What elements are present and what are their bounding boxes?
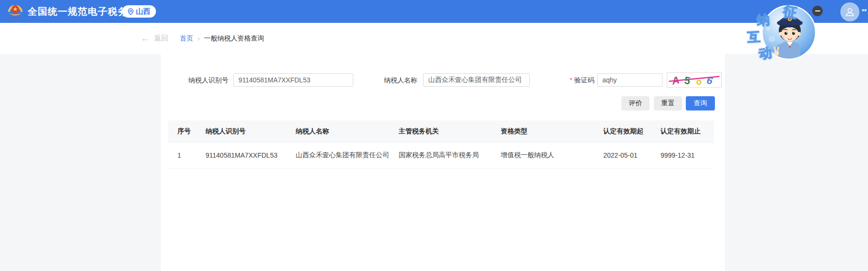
result-table: 序号 纳税人识别号 纳税人名称 主管税务机关 资格类型 认定有效期起 认定有效期… xyxy=(168,120,714,169)
user-avatar[interactable] xyxy=(840,2,859,21)
captcha-char: 6 xyxy=(706,74,714,87)
breadcrumb-home-link[interactable]: 首页 xyxy=(180,34,193,43)
query-button[interactable]: 查询 xyxy=(686,96,715,110)
assistant-char: 互 xyxy=(747,28,761,46)
breadcrumb-current-page: 一般纳税人资格查询 xyxy=(204,34,264,43)
captcha-label: 验证码 xyxy=(574,73,594,87)
cell-taxpayer-name: 山西众禾壹心集团有限责任公司 xyxy=(287,142,390,169)
captcha-label-group: * 验证码 xyxy=(554,73,594,87)
col-header-tax-authority: 主管税务机关 xyxy=(390,120,492,142)
required-asterisk: * xyxy=(570,73,572,87)
taxpayer-id-input[interactable] xyxy=(233,73,353,87)
cell-taxpayer-id: 91140581MA7XXFDL53 xyxy=(196,142,287,169)
evaluate-button[interactable]: 评价 xyxy=(621,96,650,110)
cell-valid-to: 9999-12-31 xyxy=(651,142,714,169)
taxpayer-name-label: 纳税人名称 xyxy=(365,73,417,87)
top-header-bar: 全国统一规范电子税务局 山西 ** xyxy=(0,0,868,23)
back-arrow-icon: ← xyxy=(141,34,150,43)
assistant-char: 纳 xyxy=(756,11,770,29)
col-header-valid-to: 认定有效期止 xyxy=(651,120,714,142)
table-row: 1 91140581MA7XXFDL53 山西众禾壹心集团有限责任公司 国家税务… xyxy=(168,142,714,169)
table-header-row: 序号 纳税人识别号 纳税人名称 主管税务机关 资格类型 认定有效期起 认定有效期… xyxy=(168,120,714,142)
taxpayer-id-label: 纳税人识别号 xyxy=(171,73,228,87)
cell-seq: 1 xyxy=(168,142,196,169)
region-label: 山西 xyxy=(136,7,150,16)
col-header-taxpayer-id: 纳税人识别号 xyxy=(196,120,287,142)
taxpayer-name-input[interactable] xyxy=(423,73,530,87)
captcha-image[interactable]: A 5 o 6 xyxy=(667,72,722,88)
cell-tax-authority: 国家税务总局高平市税务局 xyxy=(390,142,492,169)
assistant-char: 征 xyxy=(782,2,798,23)
breadcrumb-bar: ← 返回 首页 › 一般纳税人资格查询 xyxy=(0,23,868,54)
user-icon xyxy=(845,7,855,17)
assistant-char: 动 xyxy=(758,44,773,62)
username-masked[interactable]: ** xyxy=(862,8,867,15)
tax-emblem-icon xyxy=(7,3,24,20)
reset-button[interactable]: 重置 xyxy=(654,96,682,110)
query-panel: 纳税人识别号 纳税人名称 * 验证码 A 5 o 6 评价 重置 查询 序号 纳… xyxy=(161,54,725,271)
col-header-qualification-type: 资格类型 xyxy=(492,120,594,142)
breadcrumb: ← 返回 首页 › 一般纳税人资格查询 xyxy=(141,23,264,54)
app-title: 全国统一规范电子税务局 xyxy=(28,0,138,23)
back-label: 返回 xyxy=(154,34,168,43)
col-header-valid-from: 认定有效期起 xyxy=(594,120,651,142)
col-header-seq: 序号 xyxy=(168,120,196,142)
cell-valid-from: 2022-05-01 xyxy=(594,142,651,169)
captcha-char: 5 xyxy=(683,74,691,87)
back-button[interactable]: ← 返回 xyxy=(141,34,168,43)
col-header-taxpayer-name: 纳税人名称 xyxy=(287,120,390,142)
captcha-input[interactable] xyxy=(597,73,662,87)
breadcrumb-separator: › xyxy=(197,35,200,42)
location-pin-icon xyxy=(128,8,134,15)
assistant-widget[interactable]: 征 纳 互 动 xyxy=(745,1,817,62)
region-selector[interactable]: 山西 xyxy=(122,5,156,18)
cell-qualification-type: 增值税一般纳税人 xyxy=(492,142,594,169)
